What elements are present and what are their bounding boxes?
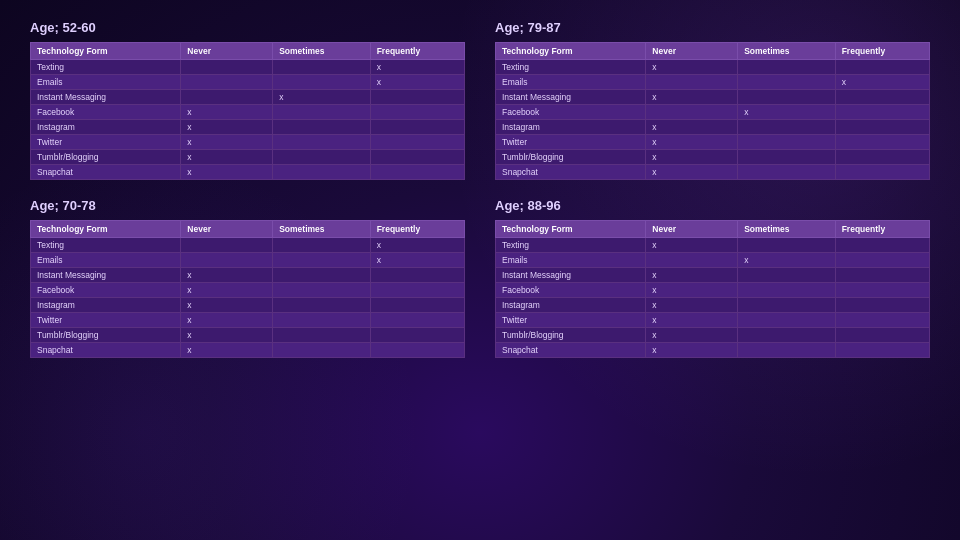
cell-r3-c0: Facebook xyxy=(496,283,646,298)
cell-r7-c0: Snapchat xyxy=(31,165,181,180)
cell-r1-c3: x xyxy=(835,75,929,90)
cell-r7-c3 xyxy=(370,343,464,358)
cell-r0-c0: Texting xyxy=(496,60,646,75)
cell-r0-c0: Texting xyxy=(31,238,181,253)
col-header-1: Never xyxy=(646,221,738,238)
cell-r2-c1: x xyxy=(181,268,273,283)
col-header-2: Sometimes xyxy=(738,43,835,60)
cell-r5-c3 xyxy=(835,135,929,150)
table-row: Instant Messagingx xyxy=(31,90,465,105)
table-age-79-87: Technology FormNeverSometimesFrequentlyT… xyxy=(495,42,930,180)
cell-r1-c1 xyxy=(646,253,738,268)
cell-r6-c0: Tumblr/Blogging xyxy=(496,150,646,165)
cell-r2-c1 xyxy=(181,90,273,105)
cell-r4-c3 xyxy=(835,298,929,313)
cell-r5-c3 xyxy=(370,313,464,328)
cell-r0-c2 xyxy=(738,238,835,253)
cell-r3-c0: Facebook xyxy=(31,105,181,120)
cell-r4-c2 xyxy=(738,120,835,135)
cell-r3-c3 xyxy=(835,283,929,298)
cell-r0-c3 xyxy=(835,238,929,253)
table-row: Instant Messagingx xyxy=(496,268,930,283)
cell-r0-c1 xyxy=(181,238,273,253)
cell-r1-c0: Emails xyxy=(496,75,646,90)
section-title-age-79-87: Age; 79-87 xyxy=(495,20,930,35)
cell-r6-c3 xyxy=(835,150,929,165)
cell-r6-c3 xyxy=(370,150,464,165)
cell-r5-c2 xyxy=(273,135,370,150)
cell-r2-c0: Instant Messaging xyxy=(31,268,181,283)
section-age-70-78: Age; 70-78Technology FormNeverSometimesF… xyxy=(30,198,465,358)
cell-r3-c1: x xyxy=(181,105,273,120)
col-header-0: Technology Form xyxy=(496,43,646,60)
cell-r1-c3: x xyxy=(370,75,464,90)
cell-r2-c1: x xyxy=(646,90,738,105)
cell-r0-c2 xyxy=(273,238,370,253)
cell-r2-c0: Instant Messaging xyxy=(496,90,646,105)
table-row: Emailsx xyxy=(496,75,930,90)
cell-r6-c2 xyxy=(273,150,370,165)
cell-r2-c2 xyxy=(738,90,835,105)
table-row: Facebookx xyxy=(496,283,930,298)
cell-r5-c1: x xyxy=(646,313,738,328)
table-row: Emailsx xyxy=(31,253,465,268)
cell-r5-c1: x xyxy=(646,135,738,150)
table-row: Twitterx xyxy=(31,135,465,150)
cell-r2-c2 xyxy=(738,268,835,283)
cell-r3-c1: x xyxy=(646,283,738,298)
cell-r2-c0: Instant Messaging xyxy=(31,90,181,105)
cell-r0-c2 xyxy=(273,60,370,75)
cell-r5-c3 xyxy=(835,313,929,328)
table-row: Snapchatx xyxy=(496,343,930,358)
cell-r3-c0: Facebook xyxy=(496,105,646,120)
cell-r4-c0: Instagram xyxy=(496,298,646,313)
table-row: Instant Messagingx xyxy=(31,268,465,283)
cell-r1-c2 xyxy=(273,253,370,268)
cell-r6-c1: x xyxy=(181,328,273,343)
cell-r2-c2: x xyxy=(273,90,370,105)
table-row: Textingx xyxy=(496,238,930,253)
cell-r0-c1: x xyxy=(646,238,738,253)
col-header-1: Never xyxy=(646,43,738,60)
table-row: Tumblr/Bloggingx xyxy=(496,150,930,165)
cell-r4-c0: Instagram xyxy=(31,120,181,135)
cell-r1-c1 xyxy=(181,253,273,268)
col-header-0: Technology Form xyxy=(496,221,646,238)
cell-r6-c1: x xyxy=(646,150,738,165)
table-row: Twitterx xyxy=(31,313,465,328)
cell-r2-c3 xyxy=(835,268,929,283)
cell-r3-c2: x xyxy=(738,105,835,120)
cell-r6-c2 xyxy=(738,328,835,343)
cell-r3-c3 xyxy=(370,105,464,120)
cell-r4-c2 xyxy=(738,298,835,313)
col-header-2: Sometimes xyxy=(273,43,370,60)
table-row: Tumblr/Bloggingx xyxy=(31,328,465,343)
cell-r1-c2 xyxy=(738,75,835,90)
cell-r3-c2 xyxy=(273,283,370,298)
cell-r6-c0: Tumblr/Blogging xyxy=(31,328,181,343)
table-age-70-78: Technology FormNeverSometimesFrequentlyT… xyxy=(30,220,465,358)
cell-r2-c3 xyxy=(370,90,464,105)
table-age-52-60: Technology FormNeverSometimesFrequentlyT… xyxy=(30,42,465,180)
cell-r2-c1: x xyxy=(646,268,738,283)
col-header-3: Frequently xyxy=(370,221,464,238)
section-title-age-70-78: Age; 70-78 xyxy=(30,198,465,213)
col-header-2: Sometimes xyxy=(273,221,370,238)
table-age-88-96: Technology FormNeverSometimesFrequentlyT… xyxy=(495,220,930,358)
col-header-1: Never xyxy=(181,43,273,60)
table-row: Facebookx xyxy=(31,283,465,298)
cell-r2-c2 xyxy=(273,268,370,283)
cell-r1-c0: Emails xyxy=(31,253,181,268)
cell-r5-c2 xyxy=(738,313,835,328)
cell-r5-c1: x xyxy=(181,313,273,328)
table-row: Snapchatx xyxy=(31,343,465,358)
cell-r1-c3 xyxy=(835,253,929,268)
table-row: Textingx xyxy=(31,60,465,75)
cell-r1-c0: Emails xyxy=(496,253,646,268)
cell-r0-c0: Texting xyxy=(496,238,646,253)
cell-r7-c3 xyxy=(370,165,464,180)
cell-r1-c0: Emails xyxy=(31,75,181,90)
cell-r7-c1: x xyxy=(181,343,273,358)
table-row: Tumblr/Bloggingx xyxy=(31,150,465,165)
col-header-3: Frequently xyxy=(835,43,929,60)
